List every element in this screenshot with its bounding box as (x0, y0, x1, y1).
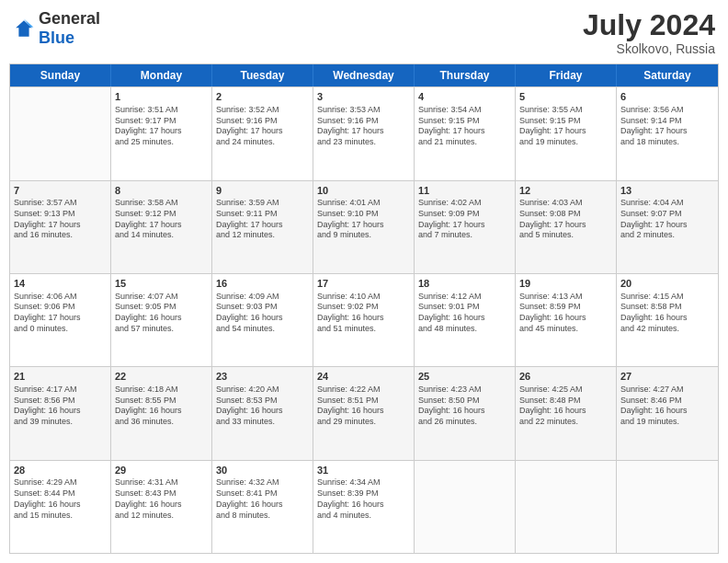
day-number: 12 (519, 184, 612, 198)
day-info: Sunrise: 4:27 AM Sunset: 8:46 PM Dayligh… (620, 385, 714, 428)
day-info: Sunrise: 4:23 AM Sunset: 8:50 PM Dayligh… (418, 385, 511, 428)
month-year: July 2024 (583, 9, 715, 41)
day-number: 24 (317, 370, 410, 384)
header-day-tuesday: Tuesday (212, 64, 313, 86)
calendar-body: 1Sunrise: 3:51 AM Sunset: 9:17 PM Daylig… (10, 86, 718, 553)
calendar-cell-9: 9Sunrise: 3:59 AM Sunset: 9:11 PM Daylig… (212, 181, 313, 273)
day-number: 3 (317, 90, 410, 104)
day-info: Sunrise: 4:20 AM Sunset: 8:53 PM Dayligh… (216, 385, 309, 428)
calendar-cell-23: 23Sunrise: 4:20 AM Sunset: 8:53 PM Dayli… (212, 367, 313, 459)
day-info: Sunrise: 3:57 AM Sunset: 9:13 PM Dayligh… (14, 198, 107, 241)
calendar-row-3: 21Sunrise: 4:17 AM Sunset: 8:56 PM Dayli… (10, 366, 718, 459)
calendar-cell-empty-4-6 (617, 461, 718, 553)
day-info: Sunrise: 3:56 AM Sunset: 9:14 PM Dayligh… (620, 105, 714, 148)
logo: General Blue (13, 9, 100, 48)
calendar-cell-20: 20Sunrise: 4:15 AM Sunset: 8:58 PM Dayli… (617, 274, 718, 366)
day-info: Sunrise: 4:12 AM Sunset: 9:01 PM Dayligh… (418, 292, 511, 335)
logo-blue: Blue (39, 29, 74, 47)
day-number: 21 (14, 370, 107, 384)
calendar-cell-1: 1Sunrise: 3:51 AM Sunset: 9:17 PM Daylig… (111, 87, 212, 179)
day-info: Sunrise: 3:59 AM Sunset: 9:11 PM Dayligh… (216, 198, 309, 241)
calendar-cell-27: 27Sunrise: 4:27 AM Sunset: 8:46 PM Dayli… (617, 367, 718, 459)
day-number: 30 (216, 464, 309, 477)
day-info: Sunrise: 4:03 AM Sunset: 9:08 PM Dayligh… (519, 198, 612, 241)
calendar-header: SundayMondayTuesdayWednesdayThursdayFrid… (10, 64, 718, 86)
logo-icon (13, 17, 35, 40)
day-info: Sunrise: 3:55 AM Sunset: 9:15 PM Dayligh… (519, 105, 612, 148)
day-info: Sunrise: 4:13 AM Sunset: 8:59 PM Dayligh… (519, 292, 612, 335)
header-day-monday: Monday (111, 64, 212, 86)
calendar-row-2: 14Sunrise: 4:06 AM Sunset: 9:06 PM Dayli… (10, 273, 718, 366)
day-number: 10 (317, 184, 410, 198)
calendar-cell-3: 3Sunrise: 3:53 AM Sunset: 9:16 PM Daylig… (313, 87, 415, 179)
day-number: 27 (620, 370, 714, 384)
day-info: Sunrise: 4:04 AM Sunset: 9:07 PM Dayligh… (620, 198, 714, 241)
calendar-cell-31: 31Sunrise: 4:34 AM Sunset: 8:39 PM Dayli… (313, 461, 415, 553)
calendar-cell-8: 8Sunrise: 3:58 AM Sunset: 9:12 PM Daylig… (111, 181, 212, 273)
calendar-cell-22: 22Sunrise: 4:18 AM Sunset: 8:55 PM Dayli… (111, 367, 212, 459)
header-day-wednesday: Wednesday (313, 64, 415, 86)
logo-general: General (39, 9, 100, 28)
day-info: Sunrise: 4:29 AM Sunset: 8:44 PM Dayligh… (14, 477, 107, 521)
day-number: 16 (216, 277, 309, 291)
header-day-sunday: Sunday (10, 64, 111, 86)
day-number: 26 (519, 370, 612, 384)
calendar-cell-4: 4Sunrise: 3:54 AM Sunset: 9:15 PM Daylig… (415, 87, 516, 179)
header: General Blue July 2024 Skolkovo, Russia (9, 9, 719, 56)
day-info: Sunrise: 3:51 AM Sunset: 9:17 PM Dayligh… (115, 105, 208, 148)
day-info: Sunrise: 4:18 AM Sunset: 8:55 PM Dayligh… (115, 385, 208, 428)
day-number: 29 (115, 464, 208, 477)
calendar-cell-26: 26Sunrise: 4:25 AM Sunset: 8:48 PM Dayli… (516, 367, 617, 459)
day-number: 4 (418, 90, 511, 104)
day-number: 20 (620, 277, 714, 291)
calendar-cell-19: 19Sunrise: 4:13 AM Sunset: 8:59 PM Dayli… (516, 274, 617, 366)
calendar-cell-18: 18Sunrise: 4:12 AM Sunset: 9:01 PM Dayli… (415, 274, 516, 366)
day-number: 18 (418, 277, 511, 291)
day-info: Sunrise: 4:01 AM Sunset: 9:10 PM Dayligh… (317, 198, 410, 241)
day-info: Sunrise: 3:58 AM Sunset: 9:12 PM Dayligh… (115, 198, 208, 241)
calendar-cell-12: 12Sunrise: 4:03 AM Sunset: 9:08 PM Dayli… (516, 181, 617, 273)
calendar-row-4: 28Sunrise: 4:29 AM Sunset: 8:44 PM Dayli… (10, 460, 718, 553)
calendar-cell-2: 2Sunrise: 3:52 AM Sunset: 9:16 PM Daylig… (212, 87, 313, 179)
calendar-cell-15: 15Sunrise: 4:07 AM Sunset: 9:05 PM Dayli… (111, 274, 212, 366)
svg-marker-0 (16, 20, 32, 37)
page: General Blue July 2024 Skolkovo, Russia … (0, 0, 728, 563)
day-number: 19 (519, 277, 612, 291)
day-info: Sunrise: 4:02 AM Sunset: 9:09 PM Dayligh… (418, 198, 511, 241)
day-number: 8 (115, 184, 208, 198)
day-info: Sunrise: 4:31 AM Sunset: 8:43 PM Dayligh… (115, 477, 208, 521)
calendar-cell-7: 7Sunrise: 3:57 AM Sunset: 9:13 PM Daylig… (10, 181, 111, 273)
day-info: Sunrise: 4:10 AM Sunset: 9:02 PM Dayligh… (317, 292, 410, 335)
calendar-cell-29: 29Sunrise: 4:31 AM Sunset: 8:43 PM Dayli… (111, 461, 212, 553)
calendar-cell-25: 25Sunrise: 4:23 AM Sunset: 8:50 PM Dayli… (415, 367, 516, 459)
day-number: 2 (216, 90, 309, 104)
day-number: 7 (14, 184, 107, 198)
day-number: 14 (14, 277, 107, 291)
day-info: Sunrise: 3:54 AM Sunset: 9:15 PM Dayligh… (418, 105, 511, 148)
day-info: Sunrise: 3:53 AM Sunset: 9:16 PM Dayligh… (317, 105, 410, 148)
calendar-cell-13: 13Sunrise: 4:04 AM Sunset: 9:07 PM Dayli… (617, 181, 718, 273)
day-info: Sunrise: 4:32 AM Sunset: 8:41 PM Dayligh… (216, 477, 309, 521)
day-info: Sunrise: 4:25 AM Sunset: 8:48 PM Dayligh… (519, 385, 612, 428)
header-day-friday: Friday (516, 64, 617, 86)
calendar-cell-empty-4-5 (516, 461, 617, 553)
day-info: Sunrise: 4:22 AM Sunset: 8:51 PM Dayligh… (317, 385, 410, 428)
day-number: 17 (317, 277, 410, 291)
day-number: 31 (317, 464, 410, 477)
header-day-saturday: Saturday (617, 64, 718, 86)
calendar-cell-empty-4-4 (415, 461, 516, 553)
day-info: Sunrise: 3:52 AM Sunset: 9:16 PM Dayligh… (216, 105, 309, 148)
location: Skolkovo, Russia (583, 41, 715, 56)
calendar-cell-17: 17Sunrise: 4:10 AM Sunset: 9:02 PM Dayli… (313, 274, 415, 366)
calendar-cell-30: 30Sunrise: 4:32 AM Sunset: 8:41 PM Dayli… (212, 461, 313, 553)
day-info: Sunrise: 4:34 AM Sunset: 8:39 PM Dayligh… (317, 477, 410, 521)
calendar-cell-28: 28Sunrise: 4:29 AM Sunset: 8:44 PM Dayli… (10, 461, 111, 553)
day-info: Sunrise: 4:09 AM Sunset: 9:03 PM Dayligh… (216, 292, 309, 335)
calendar-cell-empty-0-0 (10, 87, 111, 179)
header-day-thursday: Thursday (415, 64, 516, 86)
calendar: SundayMondayTuesdayWednesdayThursdayFrid… (9, 63, 719, 554)
day-number: 1 (115, 90, 208, 104)
calendar-row-0: 1Sunrise: 3:51 AM Sunset: 9:17 PM Daylig… (10, 86, 718, 179)
calendar-cell-14: 14Sunrise: 4:06 AM Sunset: 9:06 PM Dayli… (10, 274, 111, 366)
calendar-cell-24: 24Sunrise: 4:22 AM Sunset: 8:51 PM Dayli… (313, 367, 415, 459)
